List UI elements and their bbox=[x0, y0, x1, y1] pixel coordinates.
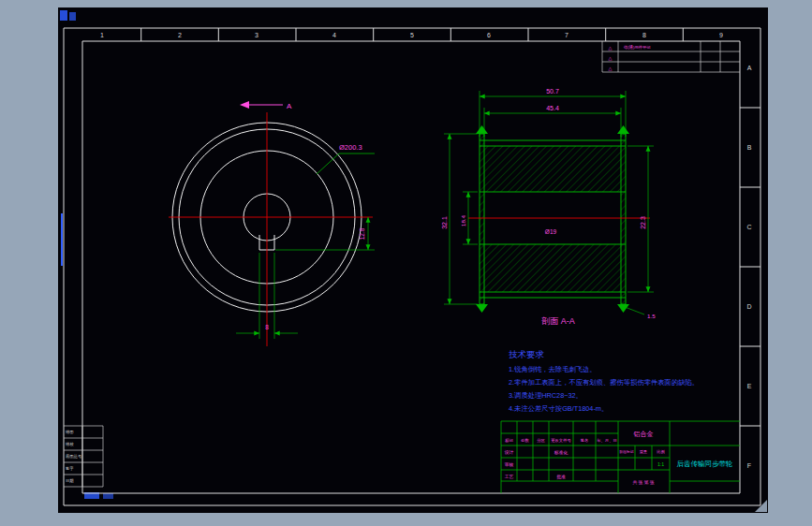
zone-number: 5 bbox=[410, 32, 414, 38]
archive-row-label: 日期 bbox=[66, 478, 74, 483]
tech-req-title: 技术要求 bbox=[509, 349, 545, 359]
header-zone: 分区 bbox=[537, 438, 545, 443]
header-sign: 签名 bbox=[581, 438, 589, 443]
weight-label: 重量 bbox=[640, 449, 647, 454]
dim-overall-height-label: 32.1 bbox=[441, 216, 448, 229]
zone-letter: E bbox=[747, 383, 752, 389]
header-date: 年、月、日 bbox=[597, 438, 616, 443]
header-file-no: 更改文件号 bbox=[551, 438, 571, 443]
archive-row-label: 描图 bbox=[66, 430, 74, 434]
cad-drawing: 1 2 3 4 5 6 7 8 9 A B C D E F A bbox=[0, 0, 812, 526]
zone-letter: F bbox=[747, 462, 751, 469]
zone-number: 2 bbox=[178, 32, 182, 38]
dim-bore-label: 18.4 bbox=[460, 214, 466, 226]
tech-req-item: 1.锐角倒钝，去除毛刺飞边。 bbox=[509, 365, 597, 373]
zone-number: 1 bbox=[100, 32, 104, 38]
dim-belt-width-label: 45.4 bbox=[546, 105, 559, 111]
section-arrow-label: A bbox=[287, 102, 292, 110]
revision-mark: △ bbox=[609, 55, 613, 61]
role-process: 工艺 bbox=[505, 474, 514, 479]
dim-flange-label: 1.5 bbox=[647, 313, 656, 319]
zone-number: 8 bbox=[642, 32, 646, 38]
zone-letter: C bbox=[746, 224, 751, 230]
role-design: 设计 bbox=[504, 449, 514, 455]
archive-row-label: 底图总号 bbox=[66, 454, 82, 459]
bore-label: Ø19 bbox=[545, 228, 557, 235]
dim-rim-height-label: 22.3 bbox=[640, 216, 646, 229]
keyway-width-label: 8 bbox=[265, 324, 269, 330]
zone-letter: B bbox=[747, 144, 752, 151]
revision-note: 借(通)用件登记 bbox=[624, 44, 651, 50]
cad-viewport: 1 2 3 4 5 6 7 8 9 A B C D E F A bbox=[0, 0, 812, 526]
revision-mark: △ bbox=[609, 66, 613, 71]
zone-letter: A bbox=[747, 65, 752, 71]
tech-req-item: 2.零件加工表面上，不应有划痕、擦伤等损伤零件表面的缺陷。 bbox=[509, 378, 699, 387]
archive-row-label: 签字 bbox=[66, 466, 74, 471]
dim-overall-width-label: 50.7 bbox=[546, 88, 559, 95]
tech-req-item: 4.未注公差尺寸按GB/T1804-m。 bbox=[509, 404, 608, 413]
keyway-depth-label: 12.8 bbox=[359, 227, 365, 240]
part-name: 后齿传输同步带轮 bbox=[677, 460, 733, 468]
zone-letter: D bbox=[746, 303, 751, 310]
section-caption: 剖面 A-A bbox=[541, 316, 575, 326]
paper bbox=[58, 7, 768, 513]
diameter-label: Ø200.3 bbox=[339, 143, 362, 152]
role-audit: 审核 bbox=[505, 461, 514, 467]
zone-number: 9 bbox=[719, 32, 723, 38]
tech-req-item: 3.调质处理HRC28~32。 bbox=[509, 391, 583, 400]
archive-row-label: 描校 bbox=[66, 442, 74, 446]
zone-number: 4 bbox=[332, 32, 336, 38]
zone-number: 7 bbox=[565, 32, 568, 38]
zone-number: 3 bbox=[255, 32, 258, 38]
header-count: 处数 bbox=[521, 438, 529, 443]
zone-number: 6 bbox=[487, 32, 491, 38]
scale-value: 1:1 bbox=[657, 461, 664, 467]
material-field: 铝合金 bbox=[633, 431, 654, 438]
revision-mark: △ bbox=[609, 45, 613, 51]
stage-label: 阶段标记 bbox=[619, 449, 633, 454]
